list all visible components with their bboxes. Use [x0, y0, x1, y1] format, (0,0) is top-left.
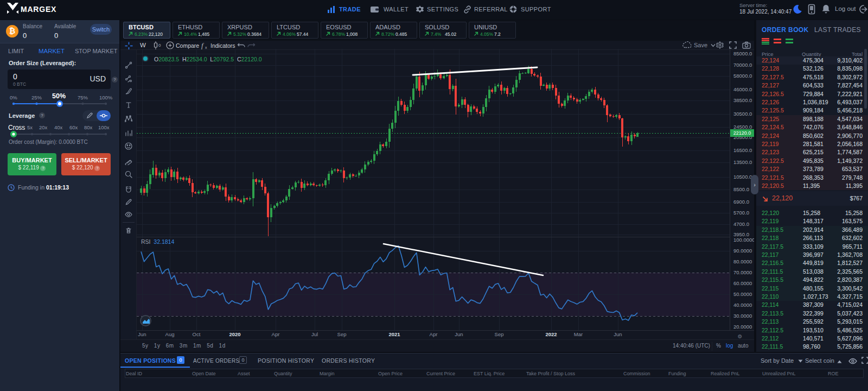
svg-text:Jul: Jul [311, 331, 318, 337]
svg-text:8500.0: 8500.0 [733, 186, 749, 192]
svg-text:Mar: Mar [574, 331, 583, 337]
svg-text:20.0000: 20.0000 [733, 324, 752, 330]
svg-text:90.0000: 90.0000 [733, 248, 752, 254]
svg-text:60.0000: 60.0000 [733, 280, 752, 286]
svg-text:30500.0: 30500.0 [733, 111, 752, 117]
svg-text:38500.0: 38500.0 [733, 97, 752, 103]
svg-text:2020: 2020 [229, 331, 240, 337]
svg-text:70000.0: 70000.0 [733, 62, 752, 68]
svg-text:58000.0: 58000.0 [733, 73, 752, 79]
svg-text:22120.0: 22120.0 [733, 130, 751, 136]
svg-text:Sep: Sep [495, 331, 504, 337]
svg-text:6900.0: 6900.0 [733, 199, 749, 205]
svg-text:Apr: Apr [430, 331, 438, 337]
svg-text:Oct: Oct [193, 331, 201, 337]
svg-text:Jun: Jun [138, 331, 146, 337]
svg-text:10500.0: 10500.0 [733, 174, 752, 180]
svg-text:40.0000: 40.0000 [733, 302, 752, 308]
svg-text:2021: 2021 [388, 331, 400, 337]
svg-text:13500.0: 13500.0 [733, 159, 752, 165]
svg-text:Apr: Apr [272, 331, 280, 337]
svg-text:Jun: Jun [614, 331, 622, 337]
svg-text:f: f [201, 41, 205, 49]
svg-text:30.0000: 30.0000 [733, 313, 752, 319]
svg-text:24500.0: 24500.0 [733, 124, 752, 130]
svg-text:4700.0: 4700.0 [733, 221, 749, 227]
svg-text:Aug: Aug [165, 331, 175, 337]
svg-text:85000.0: 85000.0 [733, 51, 752, 56]
svg-text:16500.0: 16500.0 [733, 147, 752, 153]
svg-text:⚙: ⚙ [738, 333, 743, 339]
svg-text:46000.0: 46000.0 [733, 86, 752, 92]
svg-text:Jun: Jun [455, 331, 463, 337]
svg-text:80.0000: 80.0000 [733, 258, 752, 264]
svg-text:100.0000: 100.0000 [733, 237, 754, 243]
svg-text:2022: 2022 [545, 331, 557, 337]
svg-text:5700.0: 5700.0 [733, 210, 749, 216]
svg-text:70.0000: 70.0000 [733, 269, 752, 275]
svg-text:Sep: Sep [337, 331, 347, 337]
svg-text:50.0000: 50.0000 [733, 291, 752, 297]
